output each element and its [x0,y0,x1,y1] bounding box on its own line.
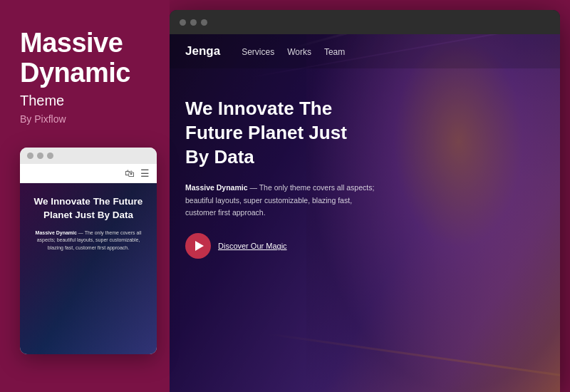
by-label: By Pixflow [20,113,150,125]
menu-icon: ☰ [140,167,150,179]
cta-link[interactable]: Discover Our Magic [218,242,287,250]
title-line2: Dynamic [20,58,130,88]
play-icon [195,241,204,251]
hero-cta: Discover Our Magic [185,233,544,259]
browser-content: Jenga Services Works Team We Innovate Th… [170,34,560,392]
mobile-preview-card: 🛍 ☰ We Innovate The Future Planet Just B… [20,148,157,354]
mobile-dot-1 [27,153,33,159]
app-title: Massive Dynamic [20,29,150,88]
chrome-dot-3 [201,19,207,26]
cart-icon: 🛍 [125,167,135,179]
mobile-desc-brand: Massive Dynamic [36,230,77,235]
mobile-titlebar [20,148,157,164]
website-logo[interactable]: Jenga [185,44,220,58]
mobile-hero-content: We Innovate The Future Planet Just By Da… [20,183,157,354]
hero-text-area: We Innovate The Future Planet Just By Da… [170,68,560,280]
nav-link-services[interactable]: Services [242,45,274,58]
hero-description: Massive Dynamic — The only theme covers … [185,182,378,219]
theme-label: Theme [20,93,150,109]
mobile-dot-3 [47,153,53,159]
browser-mockup: Jenga Services Works Team We Innovate Th… [170,10,560,392]
mobile-dot-2 [37,153,43,159]
browser-chrome [170,10,560,34]
mobile-hero-desc: Massive Dynamic — The only theme covers … [30,229,147,252]
chrome-dot-2 [190,19,197,26]
nav-link-works[interactable]: Works [287,45,311,58]
title-line1: Massive [20,28,123,58]
website-nav: Jenga Services Works Team [170,34,560,68]
nav-link-team[interactable]: Team [324,45,345,58]
left-panel: Massive Dynamic Theme By Pixflow 🛍 ☰ We … [0,0,170,392]
hero-desc-brand: Massive Dynamic [185,183,248,192]
mobile-hero-title: We Innovate The Future Planet Just By Da… [30,195,147,222]
website: Jenga Services Works Team We Innovate Th… [170,34,560,392]
chrome-dot-1 [180,19,186,26]
play-button[interactable] [185,233,211,259]
mobile-toolbar: 🛍 ☰ [20,164,157,183]
nav-links: Services Works Team [242,45,345,58]
hero-heading: We Innovate The Future Planet Just By Da… [185,97,370,169]
